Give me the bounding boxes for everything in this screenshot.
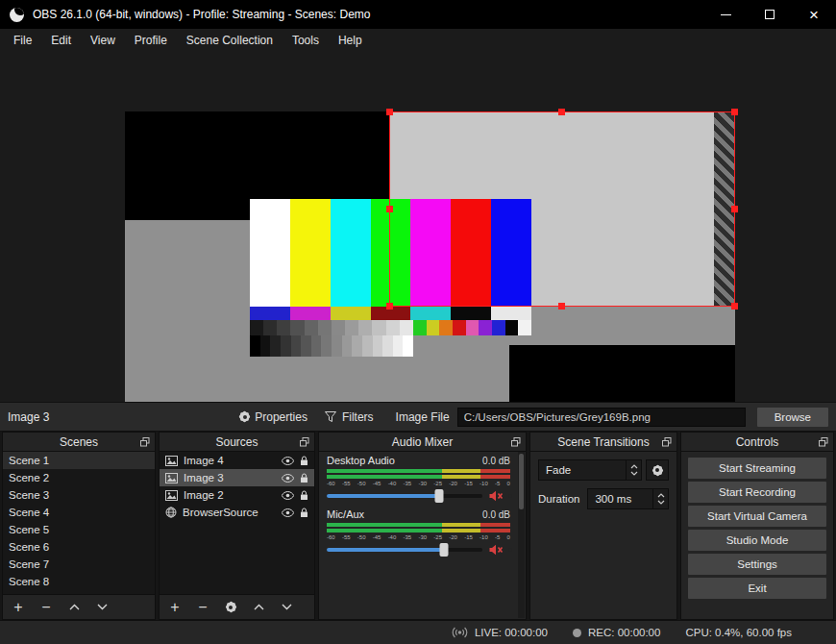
undock-icon[interactable] [819, 437, 828, 447]
combo-arrows[interactable] [626, 460, 641, 480]
visibility-eye-icon[interactable] [282, 508, 294, 517]
filters-button[interactable]: Filters [316, 408, 382, 427]
studio-mode-button[interactable]: Studio Mode [688, 530, 826, 551]
record-dot-icon [573, 629, 581, 637]
start-virtual-camera-button[interactable]: Start Virtual Camera [688, 506, 826, 527]
selection-handle[interactable] [731, 206, 738, 212]
start-recording-button[interactable]: Start Recording [688, 482, 826, 503]
remove-scene-button[interactable]: − [38, 600, 54, 615]
close-button[interactable]: × [792, 0, 836, 29]
scene-list-item[interactable]: Scene 2 [3, 469, 155, 486]
transition-selected-value: Fade [539, 464, 626, 476]
preview-canvas[interactable] [125, 111, 735, 441]
source-move-down-button[interactable] [279, 600, 294, 615]
mixer-scrollbar[interactable] [518, 452, 525, 618]
lock-icon[interactable] [300, 456, 308, 466]
scene-list-item[interactable]: Scene 7 [3, 556, 155, 573]
transition-properties-button[interactable] [646, 459, 669, 481]
image-source-icon [165, 490, 178, 501]
colorbar-segment [358, 320, 372, 335]
menu-item-file[interactable]: File [4, 29, 41, 52]
add-source-button[interactable]: + [167, 600, 183, 615]
spin-arrows[interactable] [652, 489, 668, 508]
mute-speaker-icon[interactable] [489, 544, 504, 556]
scene-move-up-button[interactable] [66, 600, 82, 615]
undock-icon[interactable] [662, 437, 672, 447]
source-list-item[interactable]: Image 3 [160, 469, 314, 486]
lock-icon[interactable] [300, 473, 308, 483]
menu-item-edit[interactable]: Edit [41, 29, 81, 52]
properties-button[interactable]: Properties [232, 408, 316, 427]
scene-list-item[interactable]: Scene 8 [3, 573, 155, 590]
duration-spinbox[interactable]: 300 ms [587, 488, 669, 509]
selection-handle[interactable] [558, 303, 565, 310]
source-list-item[interactable]: BrowserSource [160, 504, 314, 521]
scrollbar-thumb[interactable] [519, 454, 524, 509]
mixer-panel-header[interactable]: Audio Mixer [319, 433, 526, 452]
scenes-panel-header[interactable]: Scenes [3, 433, 155, 452]
menu-item-view[interactable]: View [81, 29, 125, 52]
browser-source-icon [165, 507, 177, 518]
title-bar[interactable]: OBS 26.1.0 (64-bit, windows) - Profile: … [0, 0, 836, 29]
controls-panel-header[interactable]: Controls [681, 433, 833, 452]
scene-move-down-button[interactable] [94, 600, 110, 615]
scene-list-item[interactable]: Scene 3 [3, 486, 155, 504]
selection-bounding-box[interactable] [389, 111, 735, 307]
volume-slider[interactable] [327, 548, 482, 552]
menu-item-scene-collection[interactable]: Scene Collection [177, 29, 283, 52]
source-list-item[interactable]: Image 2 [160, 486, 314, 504]
selection-handle[interactable] [731, 303, 738, 310]
sources-panel: Sources Image 4Image 3Image 2BrowserSour… [159, 432, 315, 620]
selection-handle[interactable] [731, 109, 738, 115]
selection-handle[interactable] [386, 303, 393, 310]
sources-list: Image 4Image 3Image 2BrowserSource [160, 452, 314, 594]
scene-list-item[interactable]: Scene 4 [3, 504, 155, 521]
undock-icon[interactable] [300, 437, 309, 447]
browse-button[interactable]: Browse [757, 408, 828, 427]
lock-icon[interactable] [300, 508, 308, 518]
visibility-eye-icon[interactable] [282, 457, 294, 465]
scene-list-item[interactable]: Scene 1 [3, 452, 155, 469]
source-properties-button[interactable] [223, 600, 238, 615]
transitions-panel-header[interactable]: Scene Transitions [530, 433, 676, 452]
visibility-eye-icon[interactable] [282, 491, 294, 500]
colorbar-segment [410, 307, 451, 320]
colorbar-segment [342, 335, 353, 357]
transition-select[interactable]: Fade [538, 459, 642, 481]
chevron-up-icon [630, 464, 638, 469]
colorbar-segment [393, 335, 404, 357]
settings-button[interactable]: Settings [688, 554, 826, 575]
undock-icon[interactable] [511, 437, 521, 447]
obs-window: { "colors": { "accent_blue": "#4a90d9", … [0, 0, 836, 644]
menu-item-help[interactable]: Help [329, 29, 372, 52]
selection-handle[interactable] [558, 109, 565, 115]
window-title: OBS 26.1.0 (64-bit, windows) - Profile: … [33, 8, 370, 21]
menu-item-profile[interactable]: Profile [125, 29, 177, 52]
menu-item-tools[interactable]: Tools [283, 29, 329, 52]
visibility-eye-icon[interactable] [282, 474, 294, 483]
undock-icon[interactable] [140, 437, 150, 447]
colorbar-segment [400, 320, 413, 335]
sources-panel-header[interactable]: Sources [160, 433, 314, 452]
volume-slider[interactable] [327, 494, 482, 498]
source-move-up-button[interactable] [251, 600, 266, 615]
start-streaming-button[interactable]: Start Streaming [688, 458, 826, 479]
mixer-channels: Desktop Audio0.0 dB-60-55-50-45-40-35-30… [319, 452, 518, 619]
minimize-button[interactable] [703, 0, 748, 29]
image-file-input[interactable] [457, 408, 746, 427]
exit-button[interactable]: Exit [688, 578, 826, 599]
mute-speaker-icon[interactable] [489, 490, 504, 502]
lock-icon[interactable] [300, 490, 308, 501]
selection-handle[interactable] [386, 109, 393, 115]
remove-source-button[interactable]: − [195, 600, 210, 615]
scene-list-item[interactable]: Scene 5 [3, 521, 155, 538]
scene-list-item[interactable]: Scene 6 [3, 538, 155, 556]
mixer-channel: Desktop Audio0.0 dB-60-55-50-45-40-35-30… [319, 455, 518, 502]
source-list-item[interactable]: Image 4 [160, 452, 314, 469]
selection-handle[interactable] [386, 206, 393, 212]
colorbar-segment [290, 307, 331, 320]
colorbar-segment [290, 199, 331, 307]
maximize-button[interactable] [748, 0, 792, 29]
add-scene-button[interactable]: + [11, 600, 26, 615]
colorbar-segment [250, 335, 260, 357]
